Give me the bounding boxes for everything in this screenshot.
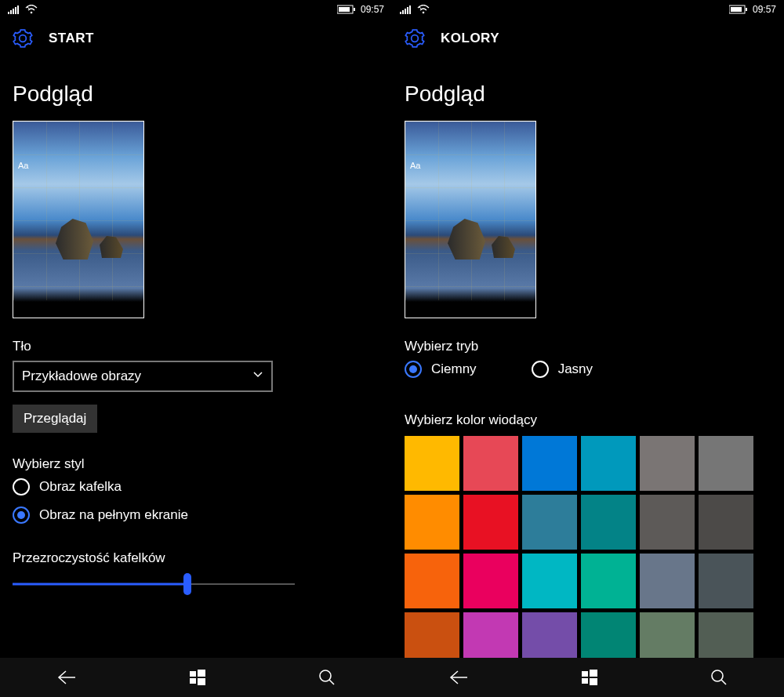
phone-left: 09:57 START Podgląd Aa Tło Przykładowe o…: [0, 0, 392, 697]
page-header: KOLORY: [392, 19, 784, 58]
phone-right: 09:57 KOLORY Podgląd Aa Wybierz tryb Cie…: [392, 0, 784, 697]
svg-rect-21: [731, 7, 742, 12]
svg-point-27: [712, 670, 723, 681]
accent-swatch-22[interactable]: [640, 612, 695, 658]
chevron-down-icon: [252, 368, 263, 384]
back-icon[interactable]: [448, 670, 469, 685]
battery-icon: [337, 5, 356, 14]
svg-rect-26: [590, 678, 597, 685]
accent-color-grid: [405, 436, 771, 658]
preview-label: Podgląd: [13, 82, 379, 107]
page-title: KOLORY: [441, 31, 499, 46]
svg-rect-14: [400, 12, 401, 14]
windows-icon[interactable]: [189, 669, 206, 686]
browse-button[interactable]: Przeglądaj: [13, 405, 97, 433]
accent-swatch-3[interactable]: [581, 436, 636, 491]
style-option-tile[interactable]: Obraz kafelka: [13, 478, 379, 496]
accent-swatch-10[interactable]: [640, 495, 695, 550]
accent-swatch-8[interactable]: [522, 495, 577, 550]
svg-rect-18: [409, 5, 411, 14]
signal-icon: [400, 5, 412, 14]
svg-rect-3: [15, 7, 16, 14]
nav-bar: [0, 658, 392, 697]
page-header: START: [0, 19, 392, 58]
accent-swatch-7[interactable]: [463, 495, 518, 550]
battery-icon: [729, 5, 748, 14]
mode-label: Wybierz tryb: [405, 339, 771, 354]
preview-label: Podgląd: [405, 82, 771, 107]
accent-swatch-18[interactable]: [405, 612, 459, 658]
style-label: Wybierz styl: [13, 456, 379, 472]
accent-swatch-9[interactable]: [581, 495, 636, 550]
accent-swatch-17[interactable]: [699, 554, 753, 608]
accent-swatch-13[interactable]: [463, 554, 518, 608]
style-option-full[interactable]: Obraz na pełnym ekranie: [13, 506, 379, 524]
accent-swatch-1[interactable]: [463, 436, 518, 491]
svg-rect-24: [590, 670, 597, 677]
mode-option-dark[interactable]: Ciemny: [405, 361, 477, 378]
svg-rect-0: [8, 12, 9, 14]
accent-swatch-6[interactable]: [405, 495, 459, 550]
accent-swatch-12[interactable]: [405, 554, 459, 608]
svg-rect-25: [582, 678, 588, 684]
svg-rect-12: [198, 678, 205, 685]
accent-swatch-11[interactable]: [699, 495, 753, 550]
clock: 09:57: [753, 4, 776, 15]
accent-swatch-16[interactable]: [640, 554, 695, 608]
status-bar: 09:57: [392, 0, 784, 19]
accent-swatch-4[interactable]: [640, 436, 695, 491]
svg-rect-23: [582, 671, 588, 677]
svg-rect-22: [746, 8, 747, 11]
background-select-value: Przykładowe obrazy: [22, 368, 141, 384]
accent-swatch-20[interactable]: [522, 612, 577, 658]
accent-swatch-23[interactable]: [699, 612, 753, 658]
svg-rect-16: [405, 9, 406, 14]
svg-rect-2: [13, 9, 14, 14]
accent-swatch-2[interactable]: [522, 436, 577, 491]
nav-bar: [392, 658, 784, 697]
page-title: START: [49, 31, 94, 46]
svg-rect-9: [190, 671, 196, 677]
search-icon[interactable]: [318, 669, 336, 686]
signal-icon: [8, 5, 20, 14]
background-label: Tło: [13, 339, 379, 354]
slider-thumb[interactable]: [183, 573, 191, 595]
accent-swatch-21[interactable]: [581, 612, 636, 658]
search-icon[interactable]: [710, 669, 728, 686]
accent-swatch-14[interactable]: [522, 554, 577, 608]
gear-icon[interactable]: [13, 28, 33, 49]
mode-option-light[interactable]: Jasny: [532, 361, 593, 378]
svg-point-5: [31, 12, 33, 14]
wifi-icon: [417, 5, 430, 14]
opacity-label: Przezroczystość kafelków: [13, 550, 379, 566]
svg-rect-1: [10, 10, 12, 14]
radio-icon: [13, 506, 30, 524]
preview-aa: Aa: [18, 161, 28, 170]
svg-rect-10: [198, 670, 205, 677]
svg-rect-11: [190, 678, 196, 684]
accent-swatch-15[interactable]: [581, 554, 636, 608]
preview-aa: Aa: [410, 161, 420, 170]
accent-label: Wybierz kolor wiodący: [405, 412, 771, 428]
svg-rect-4: [17, 5, 19, 14]
content-area: Podgląd Aa Wybierz tryb Ciemny Jasny Wyb…: [392, 58, 784, 658]
radio-icon: [13, 478, 30, 496]
svg-rect-8: [354, 8, 355, 11]
accent-swatch-19[interactable]: [463, 612, 518, 658]
svg-point-19: [423, 12, 425, 14]
radio-icon: [405, 361, 422, 378]
back-icon[interactable]: [56, 670, 77, 685]
accent-swatch-5[interactable]: [699, 436, 753, 491]
windows-icon[interactable]: [581, 669, 598, 686]
preview-thumbnail[interactable]: Aa: [13, 121, 144, 318]
svg-rect-15: [402, 10, 404, 14]
preview-thumbnail[interactable]: Aa: [405, 121, 536, 318]
wifi-icon: [25, 5, 38, 14]
accent-swatch-0[interactable]: [405, 436, 459, 491]
clock: 09:57: [361, 4, 384, 15]
gear-icon[interactable]: [405, 28, 425, 49]
svg-rect-17: [407, 7, 408, 14]
opacity-slider[interactable]: [13, 572, 295, 596]
svg-rect-7: [339, 7, 350, 12]
background-select[interactable]: Przykładowe obrazy: [13, 361, 273, 392]
